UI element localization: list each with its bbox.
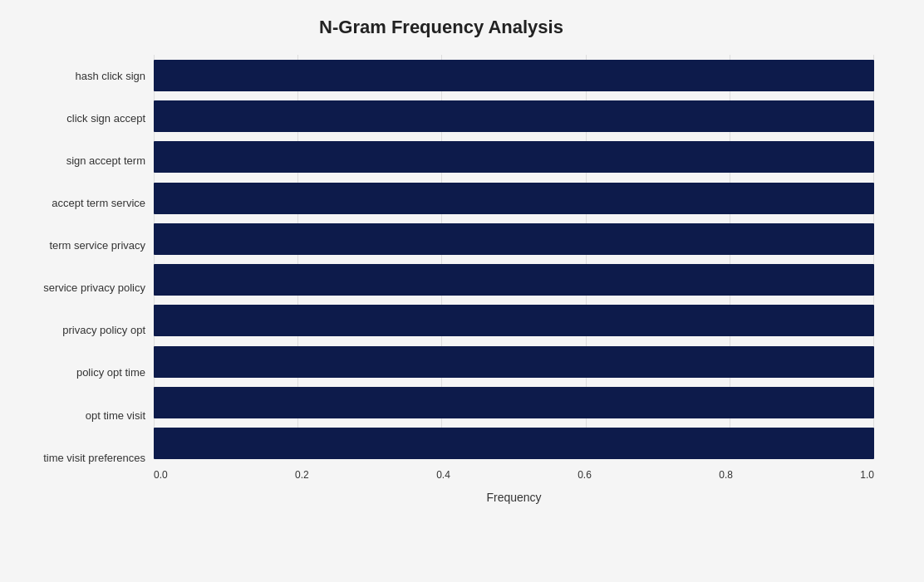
y-axis-label: term service privacy — [49, 239, 145, 252]
chart-title: N-Gram Frequency Analysis — [8, 17, 874, 38]
bar — [154, 100, 874, 132]
bar — [154, 305, 874, 336]
x-tick: 0.8 — [719, 469, 733, 489]
y-axis-label: click sign accept — [66, 112, 145, 125]
y-axis-label: time visit preferences — [43, 452, 145, 465]
y-axis-label: accept term service — [52, 197, 145, 210]
x-tick: 0.6 — [578, 469, 592, 489]
x-tick: 0.0 — [154, 469, 168, 489]
bar-row — [154, 384, 874, 422]
bars-section: 0.00.20.40.60.81.0 Frequency — [154, 55, 874, 504]
bar-row — [154, 138, 874, 176]
x-tick: 0.2 — [295, 469, 309, 489]
bar-row — [154, 179, 874, 218]
chart-container: N-Gram Frequency Analysis hash click sig… — [0, 0, 924, 582]
bar-row — [154, 220, 874, 258]
y-axis-label: sign accept term — [66, 154, 145, 168]
bar — [154, 387, 874, 418]
y-axis-label: service privacy policy — [43, 281, 145, 295]
bar — [154, 428, 874, 459]
x-tick: 0.4 — [436, 469, 450, 489]
bar-row — [154, 56, 874, 95]
bar — [154, 60, 874, 91]
bar-row — [154, 424, 874, 462]
bar — [154, 183, 874, 214]
x-axis: 0.00.20.40.60.81.0 — [154, 464, 874, 489]
y-axis-label: hash click sign — [75, 70, 145, 83]
bar-row — [154, 97, 874, 135]
bar-row — [154, 343, 874, 381]
bar-row — [154, 261, 874, 299]
x-tick: 1.0 — [860, 469, 874, 489]
bar — [154, 223, 874, 255]
bar — [154, 264, 874, 296]
x-axis-label: Frequency — [154, 491, 874, 504]
y-axis-label: privacy policy opt — [62, 324, 145, 337]
bars-wrapper — [154, 55, 874, 464]
bar — [154, 346, 874, 378]
chart-area: hash click signclick sign acceptsign acc… — [8, 55, 874, 504]
y-axis-label: policy opt time — [76, 366, 145, 379]
y-axis-label: opt time visit — [86, 409, 145, 423]
y-axis: hash click signclick sign acceptsign acc… — [8, 55, 154, 504]
bar-row — [154, 301, 874, 340]
bar — [154, 141, 874, 173]
